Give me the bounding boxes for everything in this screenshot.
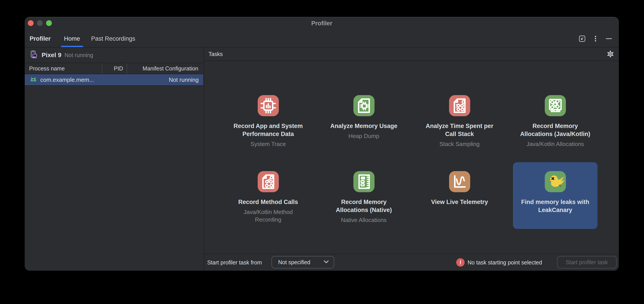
leakcanary-icon bbox=[545, 171, 566, 192]
task-card-title: Record Memory Allocations (Native) bbox=[328, 198, 400, 214]
device-header: Pixel 9 Not running bbox=[25, 48, 203, 63]
task-card-subtitle: Java/Kotlin Allocations bbox=[520, 140, 591, 148]
task-card-title: Analyze Memory Usage bbox=[328, 122, 400, 130]
tab-past-recordings-label: Past Recordings bbox=[91, 35, 135, 42]
window-title: Profiler bbox=[25, 20, 619, 27]
tasks-header: Tasks bbox=[204, 48, 619, 61]
device-icon bbox=[29, 50, 39, 60]
start-from-label: Start profiler task from bbox=[207, 259, 262, 266]
tasks-grid: Record App and System Performance Data S… bbox=[204, 60, 619, 254]
live-telemetry-icon bbox=[449, 171, 470, 192]
tasks-footer: Start profiler task from Not specified bbox=[204, 254, 619, 271]
tab-bar: Profiler Home Past Recordings bbox=[25, 30, 619, 48]
starting-point-dropdown[interactable]: Not specified bbox=[272, 256, 334, 269]
tab-past-recordings[interactable]: Past Recordings bbox=[88, 30, 138, 47]
kebab-menu-icon[interactable] bbox=[592, 35, 599, 42]
method-calls-icon bbox=[258, 171, 279, 192]
cpu-performance-icon bbox=[258, 95, 279, 116]
tab-home-label: Home bbox=[64, 35, 80, 42]
column-header-manifest-configuration[interactable]: Manifest Configuration bbox=[126, 63, 203, 74]
device-status: Not running bbox=[64, 52, 93, 58]
task-card-analyze-memory-usage[interactable]: Analyze Memory Usage Heap Dump bbox=[322, 86, 406, 153]
column-header-pid[interactable]: PID bbox=[102, 63, 126, 74]
task-card-record-app-system-performance[interactable]: Record App and System Performance Data S… bbox=[226, 86, 310, 153]
task-card-title: View Live Telemetry bbox=[424, 198, 495, 206]
task-card-subtitle: Stack Sampling bbox=[424, 140, 495, 148]
device-name: Pixel 9 bbox=[42, 52, 62, 59]
chevron-down-icon bbox=[324, 260, 329, 265]
task-card-title: Find memory leaks with LeakCanary bbox=[520, 198, 591, 214]
tasks-panel: Tasks bbox=[204, 48, 619, 271]
task-card-analyze-time-per-callstack[interactable]: Analyze Time Spent per Call Stack Stack … bbox=[417, 86, 502, 153]
minimize-icon[interactable] bbox=[605, 35, 612, 42]
warning-icon bbox=[456, 258, 465, 267]
java-allocations-icon bbox=[545, 95, 566, 116]
android-icon bbox=[29, 75, 38, 84]
task-card-find-memory-leaks-leakcanary[interactable]: Find memory leaks with LeakCanary bbox=[513, 162, 598, 229]
task-card-subtitle: Java/Kotlin Method Recording bbox=[232, 208, 304, 223]
start-profiler-task-button[interactable]: Start profiler task bbox=[557, 256, 617, 269]
native-allocations-icon bbox=[354, 171, 374, 192]
active-tab-underline bbox=[61, 46, 83, 47]
tabs: Home Past Recordings bbox=[61, 30, 143, 47]
task-card-subtitle: System Trace bbox=[232, 140, 304, 148]
titlebar-actions bbox=[578, 35, 619, 42]
task-card-title: Record Memory Allocations (Java/Kotlin) bbox=[520, 122, 591, 138]
task-card-record-memory-allocations-native[interactable]: Record Memory Allocations (Native) Nativ… bbox=[322, 162, 406, 229]
task-card-title: Analyze Time Spent per Call Stack bbox=[424, 122, 495, 138]
warning-text: No task starting point selected bbox=[468, 259, 542, 266]
tab-home[interactable]: Home bbox=[61, 30, 83, 47]
process-panel: Pixel 9 Not running Process name PID Man… bbox=[25, 48, 203, 271]
process-row-selected[interactable]: com.example.mem... Not running bbox=[25, 74, 203, 86]
task-card-view-live-telemetry[interactable]: View Live Telemetry bbox=[417, 162, 502, 229]
task-card-record-method-calls[interactable]: Record Method Calls Java/Kotlin Method R… bbox=[226, 162, 310, 229]
task-card-record-memory-allocations-java[interactable]: Record Memory Allocations (Java/Kotlin) … bbox=[513, 86, 598, 153]
heap-dump-icon bbox=[354, 95, 374, 116]
process-name: com.example.mem... bbox=[40, 76, 94, 83]
gear-icon[interactable] bbox=[606, 50, 615, 58]
starting-point-dropdown-value: Not specified bbox=[278, 259, 310, 266]
task-card-subtitle: Native Allocations bbox=[328, 216, 400, 224]
task-card-subtitle: Heap Dump bbox=[328, 132, 400, 140]
app-label: Profiler bbox=[30, 35, 51, 42]
process-manifest-status: Not running bbox=[169, 76, 199, 83]
process-table-header: Process name PID Manifest Configuration bbox=[25, 63, 203, 74]
task-card-title: Record App and System Performance Data bbox=[232, 122, 304, 138]
stack-sampling-icon bbox=[449, 95, 470, 116]
desktop-background: Profiler Profiler Home Past Recordings bbox=[0, 0, 644, 304]
task-card-title: Record Method Calls bbox=[232, 198, 304, 206]
column-header-process-name[interactable]: Process name bbox=[25, 63, 102, 74]
titlebar: Profiler bbox=[25, 17, 619, 30]
tasks-title: Tasks bbox=[208, 51, 223, 57]
dock-window-icon[interactable] bbox=[578, 35, 586, 42]
profiler-window: Profiler Profiler Home Past Recordings bbox=[25, 17, 619, 271]
